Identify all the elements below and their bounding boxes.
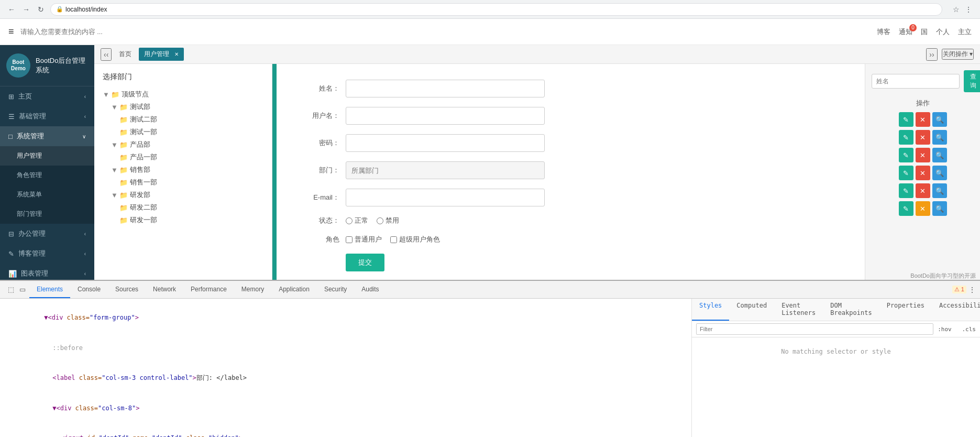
warn-btn-6[interactable]: ✕	[916, 201, 930, 216]
devtools-inspect-icon[interactable]: ⬚	[6, 285, 16, 294]
more-button[interactable]: ⋮	[963, 4, 974, 15]
delete-btn-5[interactable]: ✕	[916, 183, 930, 198]
main-link[interactable]: 主立	[958, 27, 972, 37]
checkbox-input-normal[interactable]	[346, 236, 353, 243]
tree-node-product[interactable]: ▼ 📁 产品部	[111, 138, 263, 151]
sidebar-item-system[interactable]: □ 系统管理 ∨	[0, 126, 94, 146]
sidebar-label-blog: 博客管理	[18, 249, 46, 258]
devtools-device-icon[interactable]: ▭	[18, 285, 27, 294]
radio-disabled[interactable]: 禁用	[377, 216, 399, 225]
tree-node-test1[interactable]: 📁 测试一部	[119, 126, 263, 138]
tree-label-test: 测试部	[130, 102, 150, 112]
personal-link[interactable]: 个人	[936, 27, 950, 37]
input-password[interactable]	[346, 134, 545, 152]
edit-btn-2[interactable]: ✎	[899, 130, 913, 145]
devtools-left-controls: ⬚ ▭	[4, 281, 29, 298]
tree-node-test2[interactable]: 📁 测试二部	[119, 113, 263, 126]
tab-network[interactable]: Network	[146, 281, 183, 298]
delete-btn-2[interactable]: ✕	[916, 130, 930, 145]
edit-btn-1[interactable]: ✎	[899, 112, 913, 127]
tab-performance[interactable]: Performance	[183, 281, 234, 298]
country-link[interactable]: 国	[921, 27, 928, 37]
devtools-more-icon[interactable]: ⋮	[968, 286, 976, 294]
tree-label-product1: 产品一部	[130, 152, 157, 162]
breadcrumb-user-mgmt[interactable]: 用户管理 ✕	[139, 48, 183, 61]
delete-btn-1[interactable]: ✕	[916, 112, 930, 127]
tab-security[interactable]: Security	[317, 281, 354, 298]
tree-node-sales1[interactable]: 📁 销售一部	[119, 176, 263, 189]
close-operations-btn[interactable]: 关闭操作 ▾	[942, 49, 974, 60]
styles-filter-input[interactable]	[696, 323, 933, 335]
sidebar-item-dept-mgmt[interactable]: 部门管理	[0, 204, 94, 224]
styles-tab-computed[interactable]: Computed	[729, 299, 774, 321]
edit-btn-3[interactable]: ✎	[899, 148, 913, 162]
checkbox-normal-user[interactable]: 普通用户	[346, 235, 382, 244]
edit-btn-6[interactable]: ✎	[899, 201, 913, 216]
right-search-button[interactable]: 查询	[964, 70, 980, 92]
view-btn-6[interactable]: 🔍	[932, 201, 947, 216]
tree-node-test-dept[interactable]: ▼ 📁 测试部	[111, 101, 263, 113]
back-button[interactable]: ←	[6, 4, 17, 15]
styles-tab-properties[interactable]: Properties	[879, 299, 932, 321]
styles-filter-bar: :hov .cls	[692, 321, 980, 337]
view-btn-3[interactable]: 🔍	[932, 148, 947, 162]
tree-node-rd1[interactable]: 📁 研发一部	[119, 214, 263, 226]
sidebar-item-chart[interactable]: 📊 图表管理 ‹	[0, 264, 94, 280]
tab-console[interactable]: Console	[70, 281, 108, 298]
tree-node-rd[interactable]: ▼ 📁 研发部	[111, 189, 263, 201]
sidebar-item-blog[interactable]: ✎ 博客管理 ‹	[0, 244, 94, 264]
view-btn-2[interactable]: 🔍	[932, 130, 947, 145]
tab-sources[interactable]: Sources	[108, 281, 146, 298]
checkbox-input-super[interactable]	[390, 236, 397, 243]
checkbox-super-user[interactable]: 超级用户角色	[390, 235, 440, 244]
tree-node-sales[interactable]: ▼ 📁 销售部	[111, 163, 263, 176]
tree-node-product1[interactable]: 📁 产品一部	[119, 151, 263, 163]
form-group-username: 用户名：	[298, 107, 844, 125]
breadcrumb-bar: ‹‹ 首页 用户管理 ✕ ›› 关闭操作 ▾	[94, 45, 980, 64]
tree-node-root[interactable]: ▼ 📁 顶级节点	[103, 88, 263, 101]
input-dept[interactable]	[346, 161, 545, 179]
sidebar-item-home[interactable]: ⊞ 主页 ‹	[0, 86, 94, 106]
styles-tab-styles[interactable]: Styles	[692, 299, 729, 321]
breadcrumb-forward-btn[interactable]: ››	[926, 48, 937, 61]
view-btn-4[interactable]: 🔍	[932, 166, 947, 180]
star-button[interactable]: ☆	[951, 4, 961, 15]
input-name[interactable]	[346, 80, 545, 97]
sidebar-item-basic[interactable]: ☰ 基础管理 ‹	[0, 106, 94, 126]
styles-tab-event-listeners[interactable]: Event Listeners	[774, 299, 823, 321]
radio-normal[interactable]: 正常	[346, 216, 368, 225]
tab-elements[interactable]: Elements	[29, 281, 70, 298]
tab-application[interactable]: Application	[271, 281, 317, 298]
radio-input-normal[interactable]	[346, 217, 353, 224]
styles-tab-accessibility[interactable]: Accessibility	[932, 299, 980, 321]
search-input[interactable]	[20, 24, 871, 40]
forward-button[interactable]: →	[21, 4, 31, 15]
input-email[interactable]	[346, 189, 545, 206]
view-btn-1[interactable]: 🔍	[932, 112, 947, 127]
url-bar[interactable]: 🔒 localhost/index	[50, 3, 942, 16]
html-tag-span: ▼<div	[44, 314, 67, 321]
delete-btn-3[interactable]: ✕	[916, 148, 930, 162]
right-search-input[interactable]	[872, 74, 960, 89]
blog-link[interactable]: 博客	[877, 27, 890, 37]
sidebar-item-role-mgmt[interactable]: 角色管理	[0, 166, 94, 185]
breadcrumb-back-btn[interactable]: ‹‹	[101, 48, 112, 61]
close-tab-icon[interactable]: ✕	[174, 51, 179, 57]
hamburger-icon[interactable]: ≡	[8, 26, 14, 37]
submit-button[interactable]: 提交	[346, 254, 384, 271]
edit-btn-5[interactable]: ✎	[899, 183, 913, 198]
styles-tab-dom-breakpoints[interactable]: DOM Breakpoints	[823, 299, 879, 321]
refresh-button[interactable]: ↻	[36, 4, 46, 15]
sidebar-item-menu-mgmt[interactable]: 系统菜单	[0, 185, 94, 204]
sidebar-item-user-mgmt[interactable]: 用户管理	[0, 146, 94, 166]
delete-btn-4[interactable]: ✕	[916, 166, 930, 180]
radio-input-disabled[interactable]	[377, 217, 383, 224]
edit-btn-4[interactable]: ✎	[899, 166, 913, 180]
breadcrumb-home[interactable]: 首页	[114, 48, 137, 61]
input-username[interactable]	[346, 107, 545, 125]
tab-memory[interactable]: Memory	[234, 281, 271, 298]
tab-audits[interactable]: Audits	[354, 281, 386, 298]
view-btn-5[interactable]: 🔍	[932, 183, 947, 198]
sidebar-item-office[interactable]: ⊟ 办公管理 ‹	[0, 224, 94, 244]
tree-node-rd2[interactable]: 📁 研发二部	[119, 201, 263, 214]
